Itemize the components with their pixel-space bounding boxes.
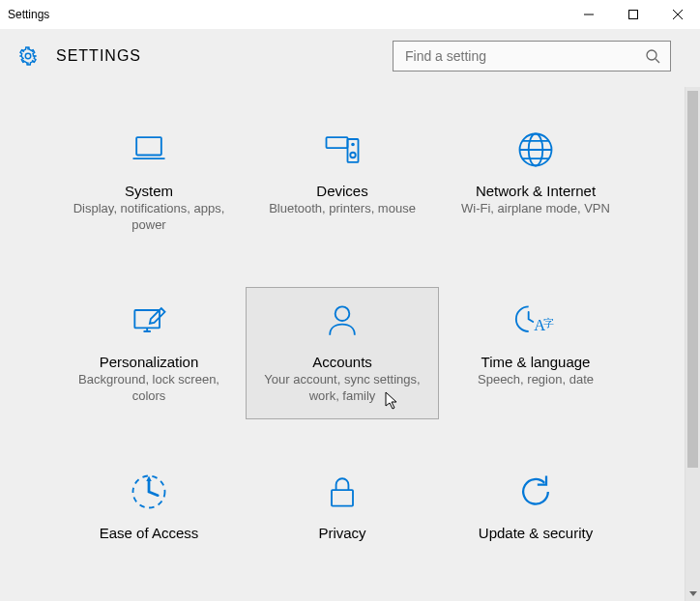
maximize-button[interactable] xyxy=(611,0,656,29)
svg-point-13 xyxy=(352,144,354,146)
person-icon xyxy=(252,298,432,344)
tile-title: System xyxy=(59,183,239,199)
tile-privacy[interactable]: Privacy xyxy=(246,458,439,558)
app-title: SETTINGS xyxy=(56,47,141,65)
search-input[interactable] xyxy=(403,47,645,65)
tile-title: Accounts xyxy=(252,354,432,370)
tile-network[interactable]: Network & Internet Wi-Fi, airplane mode,… xyxy=(439,116,632,248)
lock-icon xyxy=(252,469,432,515)
tile-title: Time & language xyxy=(446,354,626,370)
svg-point-12 xyxy=(350,153,356,158)
tile-update-security[interactable]: Update & security xyxy=(439,458,632,558)
tile-ease-of-access[interactable]: Ease of Access xyxy=(52,458,246,558)
svg-point-18 xyxy=(335,306,350,321)
window-titlebar: Settings xyxy=(0,0,700,29)
scrollbar-thumb[interactable] xyxy=(687,91,698,468)
vertical-scrollbar[interactable] xyxy=(685,87,700,601)
tile-title: Privacy xyxy=(252,525,432,541)
tile-desc: Display, notifications, apps, power xyxy=(59,201,239,234)
tile-title: Update & security xyxy=(446,525,626,541)
tile-desc: Speech, region, date xyxy=(446,372,626,388)
tile-desc: Background, lock screen, colors xyxy=(59,372,239,405)
ease-of-access-icon xyxy=(59,469,239,515)
scroll-down-arrow[interactable] xyxy=(685,586,700,601)
tile-desc: Wi-Fi, airplane mode, VPN xyxy=(446,201,626,217)
svg-point-6 xyxy=(647,50,656,60)
svg-line-7 xyxy=(656,59,659,63)
svg-rect-9 xyxy=(327,137,348,148)
tile-desc: Bluetooth, printers, mouse xyxy=(252,201,432,217)
tile-title: Ease of Access xyxy=(59,525,239,541)
minimize-button[interactable] xyxy=(567,0,611,29)
svg-point-4 xyxy=(25,53,31,59)
search-icon xyxy=(645,48,660,64)
svg-rect-23 xyxy=(332,490,353,506)
window-title: Settings xyxy=(8,8,49,21)
svg-rect-11 xyxy=(348,139,359,162)
svg-rect-1 xyxy=(629,11,638,19)
tile-personalization[interactable]: Personalization Background, lock screen,… xyxy=(52,287,246,419)
svg-marker-24 xyxy=(689,591,697,596)
devices-icon xyxy=(252,127,432,173)
tile-accounts[interactable]: Accounts Your account, sync settings, wo… xyxy=(246,287,439,419)
window-controls xyxy=(567,0,700,29)
close-button[interactable] xyxy=(656,0,700,29)
tile-title: Personalization xyxy=(59,354,239,370)
time-language-icon: A 字 xyxy=(446,298,626,344)
tile-title: Network & Internet xyxy=(446,183,626,199)
settings-grid: System Display, notifications, apps, pow… xyxy=(29,116,656,558)
gear-icon xyxy=(17,45,39,67)
tile-desc: Your account, sync settings, work, famil… xyxy=(252,372,432,405)
svg-text:字: 字 xyxy=(543,316,554,328)
svg-rect-8 xyxy=(136,137,161,155)
globe-icon xyxy=(446,127,626,173)
tile-devices[interactable]: Devices Bluetooth, printers, mouse xyxy=(246,116,439,248)
tile-system[interactable]: System Display, notifications, apps, pow… xyxy=(52,116,246,248)
update-icon xyxy=(446,469,626,515)
tile-time-language[interactable]: A 字 Time & language Speech, region, date xyxy=(439,287,632,419)
search-box[interactable] xyxy=(393,41,671,72)
laptop-icon xyxy=(59,127,239,173)
tile-title: Devices xyxy=(252,183,432,199)
app-header: SETTINGS xyxy=(0,29,700,72)
personalization-icon xyxy=(59,298,239,344)
